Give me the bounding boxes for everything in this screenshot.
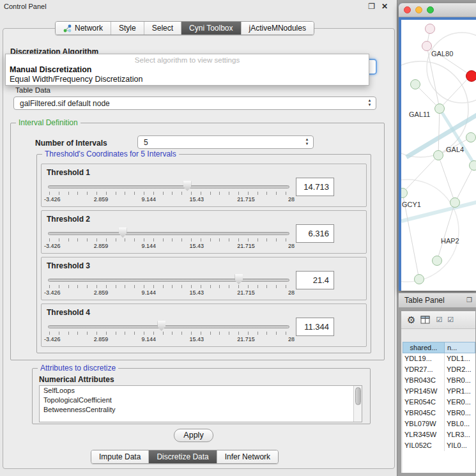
network-node[interactable] [450, 197, 460, 208]
table-data-combobox[interactable]: galFiltered.sif default node ▲ ▼ [13, 96, 376, 110]
table-cell[interactable]: YDL19... [403, 353, 445, 364]
table-row[interactable]: YDL19...YDL1... [403, 353, 475, 364]
table-cell[interactable]: YIL0... [445, 440, 475, 451]
table-cell[interactable]: YPR145W [403, 386, 445, 397]
table-cell[interactable]: YDL1... [445, 353, 475, 364]
column-header-name[interactable]: n... [445, 342, 475, 353]
table-row[interactable]: YIL052CYIL0... [403, 440, 475, 451]
tick-label: 15.43 [189, 243, 204, 249]
threshold-value-field[interactable]: 21.4 [296, 271, 334, 289]
threshold-panel-1: Threshold 1 -3.4262.8599.14415.4321.7152… [41, 164, 367, 207]
slider-thumb[interactable] [234, 274, 243, 284]
network-node[interactable] [410, 79, 420, 89]
cyni-bottom-tabbar: Impute Data Discretize Data Infer Networ… [91, 450, 279, 464]
list-item[interactable]: SelfLoops [40, 386, 362, 395]
table-row[interactable]: YDR27...YDR2... [403, 364, 475, 375]
network-node[interactable] [466, 70, 476, 82]
table-row[interactable]: YBR045CYBR0... [403, 408, 475, 418]
select-none-icon[interactable]: ☑ [447, 316, 454, 324]
network-node[interactable] [434, 104, 445, 114]
slider-track[interactable] [48, 279, 289, 282]
threshold-slider[interactable]: -3.4262.8599.14415.4321.71528 [48, 180, 289, 205]
attributes-listbox[interactable]: SelfLoops TopologicalCoefficient Between… [39, 385, 362, 422]
thresholds-legend: Threshold's Coordinates for 5 Intervals [42, 150, 179, 158]
network-window-titlebar[interactable] [399, 3, 476, 17]
threshold-value-field[interactable]: 11.344 [296, 318, 334, 336]
tab-style[interactable]: Style [111, 22, 144, 35]
slider-track[interactable] [48, 232, 289, 235]
network-node[interactable] [469, 160, 476, 171]
table-cell[interactable]: YLR3... [445, 429, 475, 440]
close-icon[interactable]: ✕ [381, 2, 388, 11]
table-cell[interactable]: YBR045C [403, 408, 445, 418]
slider-track[interactable] [48, 325, 289, 328]
tab-cyni-toolbox[interactable]: Cyni Toolbox [181, 22, 240, 35]
tick-label: 28 [288, 289, 295, 296]
threshold-slider[interactable]: -3.4262.8599.14415.4321.71528 [48, 226, 289, 252]
table-row[interactable]: YBL079WYBL0... [403, 418, 475, 429]
threshold-slider[interactable]: -3.4262.8599.14415.4321.71528 [48, 319, 289, 345]
network-node[interactable] [422, 41, 432, 51]
tab-discretize-data[interactable]: Discretize Data [148, 450, 216, 463]
table-cell[interactable]: YBR043C [403, 375, 445, 386]
table-cell[interactable]: YBR0... [445, 375, 475, 386]
table-cell[interactable]: YBR0... [445, 408, 475, 418]
select-all-icon[interactable]: ☑ [436, 316, 442, 324]
mac-close-icon[interactable] [404, 6, 411, 13]
network-node[interactable] [432, 256, 442, 266]
network-node-label: GCY1 [402, 201, 421, 208]
table-cell[interactable]: YLR345W [403, 429, 445, 440]
table-row[interactable]: YLR345WYLR3... [403, 429, 475, 440]
columns-icon[interactable] [420, 316, 431, 325]
tick-label: 21.715 [237, 243, 255, 249]
table-cell[interactable]: YBL079W [403, 418, 445, 429]
tab-infer-network[interactable]: Infer Network [217, 450, 278, 463]
number-of-intervals-combobox[interactable]: 5 ▲ ▼ [137, 135, 314, 149]
list-item[interactable]: BetweennessCentrality [40, 405, 362, 415]
network-node[interactable] [466, 132, 476, 142]
apply-button[interactable]: Apply [174, 429, 213, 442]
interval-definition-legend: Interval Definition [16, 118, 81, 127]
mac-zoom-icon[interactable] [427, 6, 434, 13]
table-row[interactable]: YPR145WYPR1... [403, 386, 475, 397]
threshold-panel-2: Threshold 2 -3.4262.8599.14415.4321.7152… [41, 210, 367, 254]
table-row[interactable]: YBR043CYBR0... [403, 375, 475, 386]
tick-label: -3.426 [44, 196, 61, 203]
table-cell[interactable]: YER054C [403, 397, 445, 408]
algorithm-option-equal-width[interactable]: Equal Width/Frequency Discretization [10, 75, 142, 84]
attributes-scrollbar[interactable] [353, 386, 362, 422]
table-cell[interactable]: YBL0... [445, 418, 475, 429]
tab-impute-data[interactable]: Impute Data [91, 450, 148, 463]
slider-track[interactable] [48, 185, 289, 188]
list-item[interactable]: TopologicalCoefficient [40, 395, 362, 405]
table-row[interactable]: YER054CYER0... [403, 397, 475, 408]
scrollbar-thumb[interactable] [355, 387, 361, 405]
threshold-value-field[interactable]: 6.316 [296, 224, 334, 243]
table-cell[interactable]: YER0... [445, 397, 475, 408]
node-table-body[interactable]: YDL19...YDL1...YDR27...YDR2...YBR043CYBR… [403, 353, 475, 473]
float-panel-icon[interactable]: ❐ [466, 296, 472, 303]
tab-network[interactable]: Network [56, 22, 111, 35]
table-cell[interactable]: YDR2... [445, 364, 475, 375]
slider-thumb[interactable] [183, 181, 192, 191]
slider-thumb[interactable] [119, 227, 127, 238]
network-node[interactable] [425, 24, 435, 34]
algorithm-option-manual[interactable]: Manual Discretization [10, 65, 92, 74]
table-cell[interactable]: YDR27... [403, 364, 445, 375]
gear-icon[interactable]: ⚙ [407, 314, 415, 326]
threshold-label: Threshold 2 [47, 215, 90, 224]
slider-thumb[interactable] [157, 321, 165, 331]
network-canvas[interactable]: GAL80GAL11GAL4GCY1HAP2 [401, 20, 476, 291]
network-node[interactable] [414, 274, 424, 284]
table-data-label: Table Data [15, 86, 50, 94]
table-cell[interactable]: YPR1... [445, 386, 475, 397]
tab-select[interactable]: Select [144, 22, 181, 35]
threshold-value-field[interactable]: 14.713 [296, 178, 334, 196]
threshold-slider[interactable]: -3.4262.8599.14415.4321.71528 [48, 273, 289, 298]
network-node[interactable] [433, 150, 443, 160]
float-window-icon[interactable]: ❐ [368, 2, 375, 11]
table-cell[interactable]: YIL052C [403, 440, 445, 451]
column-header-shared-name[interactable]: shared... [403, 342, 445, 353]
tab-jactivemnodules[interactable]: jActiveMNodules [241, 22, 314, 35]
mac-minimize-icon[interactable] [415, 6, 422, 13]
